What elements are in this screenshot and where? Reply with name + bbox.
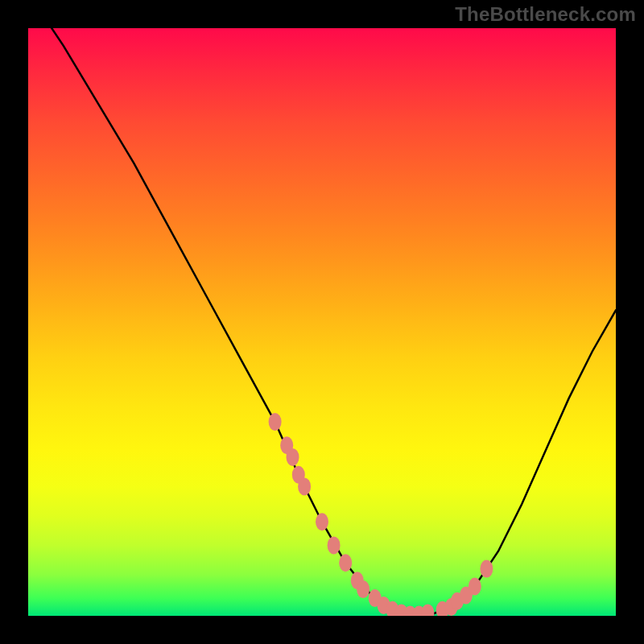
marker-dot [357,580,369,598]
chart-frame: TheBottleneck.com [0,0,644,644]
marker-dot [480,560,493,578]
watermark-label: TheBottleneck.com [455,3,636,26]
plot-area [28,28,616,616]
marker-dot [298,477,311,495]
marker-dot [316,513,328,530]
chart-svg [28,28,616,616]
marker-dot [287,448,299,466]
marker-dot [269,413,282,431]
marker-dots [269,413,493,616]
marker-dot [421,604,434,616]
marker-dot [328,536,341,554]
marker-dot [339,554,352,572]
marker-dot [469,578,481,596]
